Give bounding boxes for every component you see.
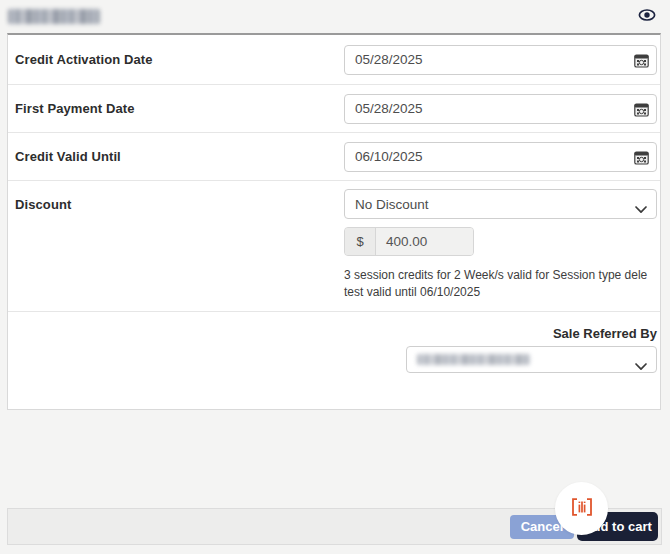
package-detail-panel: Credit Activation Date 05/28/2025 [7, 33, 661, 410]
first-payment-date-label: First Payment Date [8, 101, 344, 116]
redacted-referrer-name [417, 354, 530, 365]
credit-activation-date-input[interactable]: 05/28/2025 [344, 45, 657, 75]
chevron-down-icon [635, 202, 647, 217]
discount-select[interactable]: No Discount [344, 189, 657, 219]
credit-activation-date-value: 05/28/2025 [355, 52, 423, 67]
calendar-icon[interactable] [634, 150, 649, 168]
package-description: 3 session credits for 2 Week/s valid for… [344, 267, 657, 302]
discount-row: Discount No Discount $ 400.00 3 session … [8, 181, 660, 312]
calendar-icon[interactable] [634, 53, 649, 71]
credit-valid-until-input[interactable]: 06/10/2025 [344, 142, 657, 172]
sale-referred-by-select[interactable] [406, 346, 657, 373]
sale-referred-by-label: Sale Referred By [8, 326, 657, 341]
first-payment-date-input[interactable]: 05/28/2025 [344, 94, 657, 124]
discount-selected-option: No Discount [355, 197, 429, 212]
credit-activation-date-row: Credit Activation Date 05/28/2025 [8, 35, 660, 85]
calendar-icon[interactable] [634, 102, 649, 120]
credit-activation-date-label: Credit Activation Date [8, 52, 344, 67]
package-price-field: $ 400.00 [344, 227, 474, 256]
eye-icon[interactable] [638, 8, 658, 24]
credit-valid-until-label: Credit Valid Until [8, 149, 344, 164]
price-value: 400.00 [376, 228, 473, 255]
barcode-scan-icon [569, 496, 595, 522]
credit-valid-until-value: 06/10/2025 [355, 149, 423, 164]
scan-badge [555, 482, 608, 535]
chevron-down-icon [635, 357, 647, 375]
first-payment-date-row: First Payment Date 05/28/2025 [8, 85, 660, 133]
sale-referred-by-row: Sale Referred By [8, 312, 660, 408]
credit-valid-until-row: Credit Valid Until 06/10/2025 [8, 133, 660, 181]
redacted-package-title [8, 9, 100, 24]
currency-symbol: $ [345, 228, 376, 255]
discount-label: Discount [8, 181, 344, 212]
first-payment-date-value: 05/28/2025 [355, 101, 423, 116]
page-header [8, 5, 662, 29]
